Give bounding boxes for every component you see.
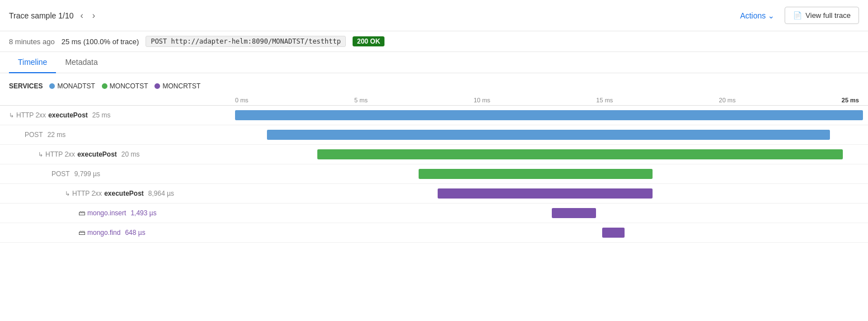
span-type-2: HTTP 2xx (45, 150, 75, 158)
span-type-1: POST (25, 131, 43, 139)
span-duration-6: 648 µs (125, 229, 145, 237)
span-bar-area-5 (235, 204, 868, 223)
span-duration-4: 8,964 µs (148, 190, 174, 197)
span-type-3: POST (51, 170, 70, 178)
services-row: Services MONADTST MONCOTST MONCRTST (0, 80, 868, 95)
trace-sample-label: Trace sample 1/10 (9, 11, 73, 20)
tabs-container: Timeline Metadata (0, 52, 868, 73)
span-bar-3 (419, 169, 653, 179)
span-bar-area-1 (235, 125, 868, 144)
span-bar-6 (602, 228, 625, 238)
span-bar-2 (317, 149, 843, 159)
prev-trace-button[interactable]: ‹ (78, 10, 85, 22)
service-moncrtst: MONCRTST (154, 82, 200, 90)
span-name-2: executePost (77, 150, 117, 158)
span-name-4: executePost (104, 190, 144, 197)
ruler-tick-0: 0 ms (235, 97, 248, 103)
span-type-0: HTTP 2xx (16, 111, 46, 119)
ruler-tick-4: 20 ms (719, 97, 736, 103)
ruler-row: 0 ms 5 ms 10 ms 15 ms 20 ms 25 ms (0, 95, 868, 106)
status-badge: 200 OK (353, 36, 384, 46)
services-label: Services (9, 82, 43, 90)
next-trace-button[interactable]: › (90, 10, 97, 22)
span-bar-5 (552, 208, 596, 218)
span-type-5: mongo.insert (87, 209, 126, 217)
span-label-2: ↳ HTTP 2xx executePost 20 ms (0, 148, 235, 160)
header-right: Actions ⌄ 📄 View full trace (734, 7, 859, 24)
endpoint-badge: POST http://adapter-helm:8090/MONADTST/t… (146, 36, 346, 47)
service-monadtst: MONADTST (49, 82, 95, 90)
span-label-3: POST 9,799 µs (0, 168, 235, 180)
span-bar-1 (267, 130, 831, 140)
arrow-icon-4: ↳ (65, 190, 70, 197)
arrow-icon-2: ↳ (38, 151, 43, 158)
tab-timeline[interactable]: Timeline (9, 52, 56, 73)
span-duration-0: 25 ms (92, 111, 111, 119)
trace-counter: 1/10 (58, 11, 73, 20)
ruler-tick-5: 25 ms (842, 97, 859, 103)
span-bar-4 (438, 188, 653, 199)
tab-metadata[interactable]: Metadata (56, 52, 106, 73)
span-row-1[interactable]: POST 22 ms (0, 125, 868, 145)
meta-row: 8 minutes ago 25 ms (100.0% of trace) PO… (0, 31, 868, 52)
db-icon-5: 🗃 (78, 209, 85, 217)
span-row-5[interactable]: 🗃 mongo.insert 1,493 µs (0, 204, 868, 223)
duration: 25 ms (100.0% of trace) (62, 37, 139, 46)
span-row-3[interactable]: POST 9,799 µs (0, 164, 868, 184)
span-bar-0 (235, 110, 863, 120)
moncrtst-dot (154, 83, 160, 89)
ruler-tick-3: 15 ms (596, 97, 613, 103)
span-label-0: ↳ HTTP 2xx executePost 25 ms (0, 109, 235, 121)
span-label-5: 🗃 mongo.insert 1,493 µs (0, 207, 235, 219)
ruler-ticks: 0 ms 5 ms 10 ms 15 ms 20 ms 25 ms (235, 96, 868, 105)
header: Trace sample 1/10 ‹ › Actions ⌄ 📄 View f… (0, 0, 868, 31)
span-name-0: executePost (48, 111, 88, 119)
monadtst-dot (49, 83, 55, 89)
span-duration-3: 9,799 µs (74, 170, 100, 178)
span-row-0[interactable]: ↳ HTTP 2xx executePost 25 ms (0, 106, 868, 125)
span-bar-area-6 (235, 223, 868, 242)
time-ago: 8 minutes ago (9, 37, 55, 46)
span-bar-area-4 (235, 184, 868, 203)
doc-icon: 📄 (793, 11, 802, 20)
span-row-4[interactable]: ↳ HTTP 2xx executePost 8,964 µs (0, 184, 868, 204)
span-label-6: 🗃 mongo.find 648 µs (0, 226, 235, 239)
db-icon-6: 🗃 (78, 229, 85, 237)
chevron-down-icon: ⌄ (768, 11, 775, 20)
span-bar-area-3 (235, 164, 868, 183)
view-full-trace-button[interactable]: 📄 View full trace (785, 7, 859, 24)
moncotst-dot (102, 83, 107, 89)
timeline-wrapper: 0 ms 5 ms 10 ms 15 ms 20 ms 25 ms ↳ HTTP… (0, 95, 868, 243)
span-row-6[interactable]: 🗃 mongo.find 648 µs (0, 223, 868, 243)
span-bar-area-0 (235, 106, 868, 125)
timeline-container: Services MONADTST MONCOTST MONCRTST 0 ms… (0, 73, 868, 243)
span-type-4: HTTP 2xx (72, 190, 102, 197)
span-duration-5: 1,493 µs (130, 209, 156, 217)
actions-label: Actions (740, 11, 766, 20)
ruler-tick-2: 10 ms (473, 97, 490, 103)
view-full-trace-label: View full trace (805, 11, 851, 20)
span-label-4: ↳ HTTP 2xx executePost 8,964 µs (0, 187, 235, 200)
span-duration-1: 22 ms (48, 131, 66, 139)
header-left: Trace sample 1/10 ‹ › (9, 10, 97, 22)
service-moncotst: MONCOTST (102, 82, 148, 90)
span-type-6: mongo.find (87, 229, 120, 237)
span-row-2[interactable]: ↳ HTTP 2xx executePost 20 ms (0, 145, 868, 164)
arrow-icon-0: ↳ (9, 112, 14, 119)
ruler-tick-1: 5 ms (354, 97, 368, 103)
actions-button[interactable]: Actions ⌄ (734, 8, 780, 23)
span-label-1: POST 22 ms (0, 129, 235, 141)
span-duration-2: 20 ms (121, 150, 140, 158)
span-bar-area-2 (235, 145, 868, 164)
